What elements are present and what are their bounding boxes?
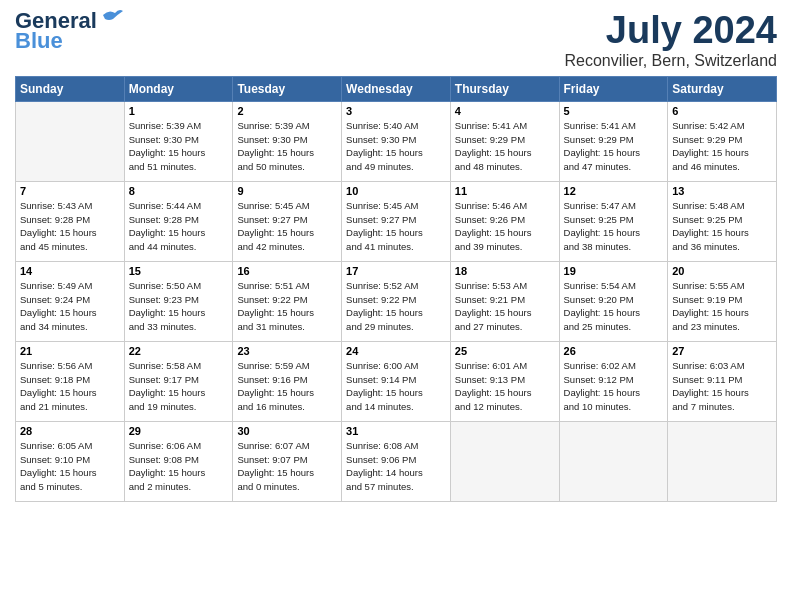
calendar-row-1: 1Sunrise: 5:39 AM Sunset: 9:30 PM Daylig… <box>16 101 777 181</box>
calendar-cell: 26Sunrise: 6:02 AM Sunset: 9:12 PM Dayli… <box>559 341 668 421</box>
location: Reconvilier, Bern, Switzerland <box>564 52 777 70</box>
calendar-header-row: Sunday Monday Tuesday Wednesday Thursday… <box>16 76 777 101</box>
calendar-cell: 9Sunrise: 5:45 AM Sunset: 9:27 PM Daylig… <box>233 181 342 261</box>
calendar-cell: 27Sunrise: 6:03 AM Sunset: 9:11 PM Dayli… <box>668 341 777 421</box>
day-info: Sunrise: 5:44 AM Sunset: 9:28 PM Dayligh… <box>129 199 229 254</box>
logo-bird-icon <box>101 7 123 29</box>
day-number: 11 <box>455 185 555 197</box>
day-info: Sunrise: 5:39 AM Sunset: 9:30 PM Dayligh… <box>237 119 337 174</box>
day-info: Sunrise: 5:46 AM Sunset: 9:26 PM Dayligh… <box>455 199 555 254</box>
calendar-cell: 19Sunrise: 5:54 AM Sunset: 9:20 PM Dayli… <box>559 261 668 341</box>
day-info: Sunrise: 6:03 AM Sunset: 9:11 PM Dayligh… <box>672 359 772 414</box>
day-info: Sunrise: 5:50 AM Sunset: 9:23 PM Dayligh… <box>129 279 229 334</box>
calendar-cell: 31Sunrise: 6:08 AM Sunset: 9:06 PM Dayli… <box>342 421 451 501</box>
page-header: General Blue July 2024 Reconvilier, Bern… <box>15 10 777 70</box>
calendar-cell <box>16 101 125 181</box>
day-number: 24 <box>346 345 446 357</box>
day-number: 20 <box>672 265 772 277</box>
day-number: 15 <box>129 265 229 277</box>
calendar-cell: 17Sunrise: 5:52 AM Sunset: 9:22 PM Dayli… <box>342 261 451 341</box>
day-number: 16 <box>237 265 337 277</box>
day-number: 26 <box>564 345 664 357</box>
col-friday: Friday <box>559 76 668 101</box>
calendar-cell: 25Sunrise: 6:01 AM Sunset: 9:13 PM Dayli… <box>450 341 559 421</box>
day-number: 5 <box>564 105 664 117</box>
calendar-cell: 5Sunrise: 5:41 AM Sunset: 9:29 PM Daylig… <box>559 101 668 181</box>
day-info: Sunrise: 6:02 AM Sunset: 9:12 PM Dayligh… <box>564 359 664 414</box>
calendar-cell: 20Sunrise: 5:55 AM Sunset: 9:19 PM Dayli… <box>668 261 777 341</box>
day-number: 3 <box>346 105 446 117</box>
day-number: 13 <box>672 185 772 197</box>
day-number: 7 <box>20 185 120 197</box>
day-number: 28 <box>20 425 120 437</box>
calendar-cell: 23Sunrise: 5:59 AM Sunset: 9:16 PM Dayli… <box>233 341 342 421</box>
month-title: July 2024 <box>564 10 777 52</box>
title-section: July 2024 Reconvilier, Bern, Switzerland <box>564 10 777 70</box>
calendar-cell: 12Sunrise: 5:47 AM Sunset: 9:25 PM Dayli… <box>559 181 668 261</box>
day-info: Sunrise: 6:08 AM Sunset: 9:06 PM Dayligh… <box>346 439 446 494</box>
calendar-cell: 4Sunrise: 5:41 AM Sunset: 9:29 PM Daylig… <box>450 101 559 181</box>
day-number: 21 <box>20 345 120 357</box>
day-info: Sunrise: 5:41 AM Sunset: 9:29 PM Dayligh… <box>564 119 664 174</box>
day-info: Sunrise: 5:39 AM Sunset: 9:30 PM Dayligh… <box>129 119 229 174</box>
calendar-cell: 14Sunrise: 5:49 AM Sunset: 9:24 PM Dayli… <box>16 261 125 341</box>
day-info: Sunrise: 5:41 AM Sunset: 9:29 PM Dayligh… <box>455 119 555 174</box>
day-info: Sunrise: 6:05 AM Sunset: 9:10 PM Dayligh… <box>20 439 120 494</box>
day-number: 12 <box>564 185 664 197</box>
day-number: 29 <box>129 425 229 437</box>
day-info: Sunrise: 6:06 AM Sunset: 9:08 PM Dayligh… <box>129 439 229 494</box>
day-number: 4 <box>455 105 555 117</box>
day-info: Sunrise: 5:56 AM Sunset: 9:18 PM Dayligh… <box>20 359 120 414</box>
day-info: Sunrise: 6:01 AM Sunset: 9:13 PM Dayligh… <box>455 359 555 414</box>
day-info: Sunrise: 5:45 AM Sunset: 9:27 PM Dayligh… <box>237 199 337 254</box>
calendar-cell: 11Sunrise: 5:46 AM Sunset: 9:26 PM Dayli… <box>450 181 559 261</box>
logo-blue: Blue <box>15 30 63 52</box>
calendar-cell: 28Sunrise: 6:05 AM Sunset: 9:10 PM Dayli… <box>16 421 125 501</box>
calendar-cell: 1Sunrise: 5:39 AM Sunset: 9:30 PM Daylig… <box>124 101 233 181</box>
calendar-cell <box>559 421 668 501</box>
day-number: 22 <box>129 345 229 357</box>
day-info: Sunrise: 6:00 AM Sunset: 9:14 PM Dayligh… <box>346 359 446 414</box>
day-info: Sunrise: 5:58 AM Sunset: 9:17 PM Dayligh… <box>129 359 229 414</box>
col-sunday: Sunday <box>16 76 125 101</box>
day-info: Sunrise: 5:48 AM Sunset: 9:25 PM Dayligh… <box>672 199 772 254</box>
day-info: Sunrise: 5:45 AM Sunset: 9:27 PM Dayligh… <box>346 199 446 254</box>
col-tuesday: Tuesday <box>233 76 342 101</box>
calendar-row-4: 21Sunrise: 5:56 AM Sunset: 9:18 PM Dayli… <box>16 341 777 421</box>
day-info: Sunrise: 6:07 AM Sunset: 9:07 PM Dayligh… <box>237 439 337 494</box>
col-saturday: Saturday <box>668 76 777 101</box>
calendar-cell: 8Sunrise: 5:44 AM Sunset: 9:28 PM Daylig… <box>124 181 233 261</box>
col-thursday: Thursday <box>450 76 559 101</box>
calendar-cell: 22Sunrise: 5:58 AM Sunset: 9:17 PM Dayli… <box>124 341 233 421</box>
day-info: Sunrise: 5:54 AM Sunset: 9:20 PM Dayligh… <box>564 279 664 334</box>
day-info: Sunrise: 5:53 AM Sunset: 9:21 PM Dayligh… <box>455 279 555 334</box>
calendar-row-3: 14Sunrise: 5:49 AM Sunset: 9:24 PM Dayli… <box>16 261 777 341</box>
day-info: Sunrise: 5:43 AM Sunset: 9:28 PM Dayligh… <box>20 199 120 254</box>
day-info: Sunrise: 5:49 AM Sunset: 9:24 PM Dayligh… <box>20 279 120 334</box>
calendar-cell: 7Sunrise: 5:43 AM Sunset: 9:28 PM Daylig… <box>16 181 125 261</box>
logo: General Blue <box>15 10 123 52</box>
calendar-cell: 15Sunrise: 5:50 AM Sunset: 9:23 PM Dayli… <box>124 261 233 341</box>
calendar-cell: 24Sunrise: 6:00 AM Sunset: 9:14 PM Dayli… <box>342 341 451 421</box>
calendar-cell: 18Sunrise: 5:53 AM Sunset: 9:21 PM Dayli… <box>450 261 559 341</box>
calendar-row-5: 28Sunrise: 6:05 AM Sunset: 9:10 PM Dayli… <box>16 421 777 501</box>
calendar-cell <box>450 421 559 501</box>
calendar-cell <box>668 421 777 501</box>
day-number: 10 <box>346 185 446 197</box>
day-number: 19 <box>564 265 664 277</box>
calendar-cell: 29Sunrise: 6:06 AM Sunset: 9:08 PM Dayli… <box>124 421 233 501</box>
day-info: Sunrise: 5:47 AM Sunset: 9:25 PM Dayligh… <box>564 199 664 254</box>
col-wednesday: Wednesday <box>342 76 451 101</box>
day-number: 23 <box>237 345 337 357</box>
day-info: Sunrise: 5:59 AM Sunset: 9:16 PM Dayligh… <box>237 359 337 414</box>
day-number: 25 <box>455 345 555 357</box>
day-number: 1 <box>129 105 229 117</box>
calendar-cell: 21Sunrise: 5:56 AM Sunset: 9:18 PM Dayli… <box>16 341 125 421</box>
calendar-cell: 3Sunrise: 5:40 AM Sunset: 9:30 PM Daylig… <box>342 101 451 181</box>
day-info: Sunrise: 5:42 AM Sunset: 9:29 PM Dayligh… <box>672 119 772 174</box>
day-number: 18 <box>455 265 555 277</box>
day-number: 6 <box>672 105 772 117</box>
calendar-cell: 10Sunrise: 5:45 AM Sunset: 9:27 PM Dayli… <box>342 181 451 261</box>
calendar-cell: 2Sunrise: 5:39 AM Sunset: 9:30 PM Daylig… <box>233 101 342 181</box>
calendar-cell: 16Sunrise: 5:51 AM Sunset: 9:22 PM Dayli… <box>233 261 342 341</box>
